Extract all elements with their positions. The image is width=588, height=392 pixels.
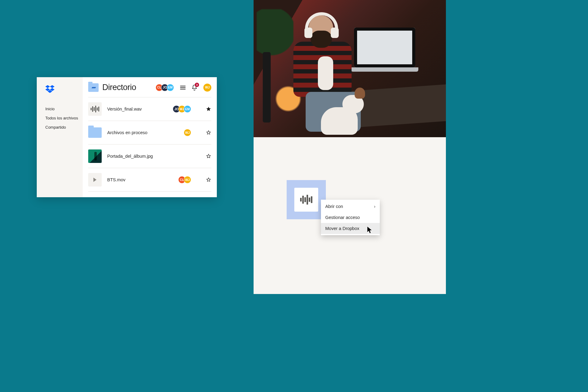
play-icon [93, 178, 96, 182]
notifications-button[interactable]: 3 [192, 85, 197, 91]
star-toggle[interactable] [206, 153, 211, 159]
audio-file-icon [88, 102, 102, 116]
file-row[interactable]: Archivos en proceso WJ [88, 121, 211, 145]
star-outline-icon [206, 177, 211, 183]
lifestyle-photo [254, 0, 446, 137]
avatar[interactable]: WJ [184, 129, 191, 136]
file-name: Versión_final.wav [107, 107, 167, 111]
context-menu-item-manage-access[interactable]: Gestionar acceso [321, 212, 380, 223]
file-row[interactable]: BTS.mov CL WJ [88, 168, 211, 192]
sidebar-item-home[interactable]: Inicio [45, 107, 83, 111]
file-row[interactable]: Versión_final.wav JC WJ EM [88, 97, 211, 121]
right-column: Abrir con › Gestionar acceso Mover a Dro… [254, 0, 446, 294]
chevron-right-icon: › [374, 204, 375, 209]
desktop-audio-file-icon[interactable] [287, 180, 326, 219]
context-menu-panel: Abrir con › Gestionar acceso Mover a Dro… [254, 137, 446, 294]
stage: Inicio Todos los archivos Compartido ▰▰ … [0, 0, 446, 294]
sidebar-item-shared[interactable]: Compartido [45, 125, 83, 130]
star-toggle[interactable] [206, 106, 211, 112]
svg-marker-0 [45, 85, 50, 88]
star-toggle[interactable] [206, 130, 211, 135]
sidebar-item-all-files[interactable]: Todos los archivos [45, 116, 83, 120]
folder-icon [88, 126, 102, 139]
folder-title: Directorio [102, 83, 152, 92]
context-menu-label: Abrir con [325, 204, 343, 209]
video-file-icon [88, 173, 102, 187]
shared-folder-icon: ▰▰ [88, 83, 99, 92]
file-browser-window: Inicio Todos los archivos Compartido ▰▰ … [37, 77, 217, 197]
star-outline-icon [206, 130, 211, 135]
star-filled-icon [206, 106, 211, 112]
file-collaborators[interactable]: CL WJ [178, 176, 191, 183]
file-name: BTS.mov [107, 177, 173, 182]
file-name: Portada_del_álbum.jpg [107, 154, 186, 159]
avatar[interactable]: EM [184, 105, 191, 113]
folder-header: ▰▰ Directorio CL JC EM 3 [88, 83, 211, 97]
current-user-avatar[interactable]: WJ [203, 84, 211, 92]
file-name: Archivos en proceso [107, 130, 178, 135]
dropbox-logo-icon[interactable] [45, 85, 83, 93]
file-row[interactable]: Portada_del_álbum.jpg [88, 145, 211, 168]
file-collaborators[interactable]: JC WJ EM [173, 105, 191, 113]
avatar[interactable]: EM [167, 84, 174, 91]
list-view-icon[interactable] [180, 86, 186, 89]
context-menu-label: Gestionar acceso [325, 215, 360, 220]
file-collaborators[interactable]: WJ [184, 129, 191, 136]
star-outline-icon [206, 153, 211, 159]
avatar[interactable]: WJ [184, 176, 191, 183]
notification-count-badge: 3 [195, 83, 199, 87]
file-list-pane: ▰▰ Directorio CL JC EM 3 [83, 77, 217, 197]
sidebar: Inicio Todos los archivos Compartido [37, 77, 83, 197]
context-menu-label: Mover a Dropbox [325, 226, 359, 231]
svg-marker-1 [50, 85, 55, 88]
context-menu-item-open-with[interactable]: Abrir con › [321, 201, 380, 212]
collaborators-stack[interactable]: CL JC EM [156, 84, 174, 91]
image-thumbnail-icon [88, 149, 102, 163]
star-toggle[interactable] [206, 177, 211, 183]
